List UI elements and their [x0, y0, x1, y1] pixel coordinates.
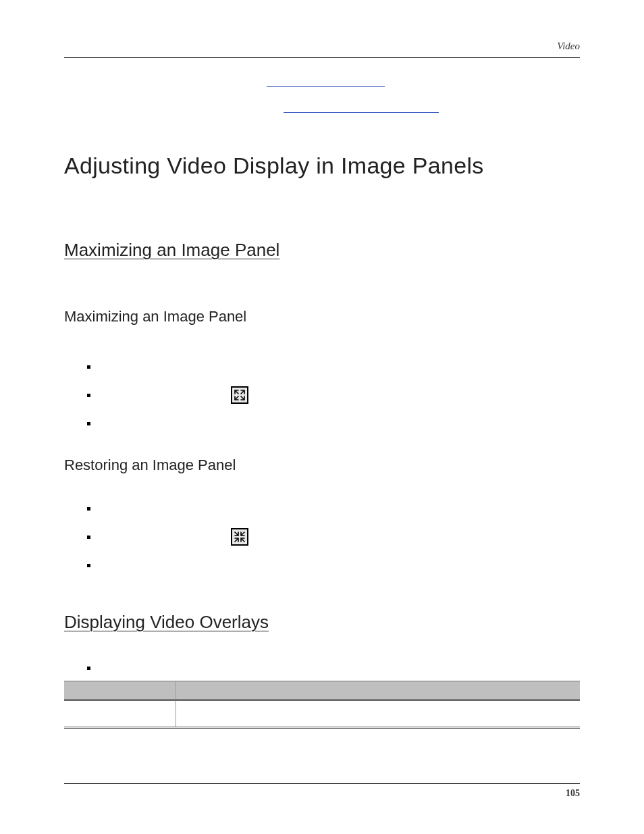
table-header-cell — [176, 681, 580, 699]
table-row — [64, 701, 580, 729]
bullet-icon — [87, 564, 90, 567]
maximize-steps-list — [87, 353, 580, 438]
overlays-table — [64, 681, 580, 729]
section-overlays-heading: Displaying Video Overlays — [64, 612, 580, 633]
page-title: Adjusting Video Display in Image Panels — [64, 153, 580, 179]
table-cell — [64, 701, 176, 727]
list-item — [87, 409, 580, 438]
overlays-intro-item — [87, 667, 580, 670]
restore-steps-list — [87, 494, 580, 579]
bullet-icon — [87, 394, 90, 397]
table-header-row — [64, 681, 580, 701]
bullet-icon — [87, 667, 90, 670]
table-header-cell — [64, 681, 176, 699]
list-item — [87, 494, 580, 523]
cross-reference-link[interactable] — [284, 112, 439, 113]
document-page: Video Adjusting Video Display in Image P… — [0, 0, 644, 834]
bullet-icon — [87, 507, 90, 511]
subsection-maximizing: Maximizing an Image Panel — [64, 308, 580, 325]
bullet-icon — [87, 536, 90, 539]
page-header: Video — [64, 41, 580, 55]
cross-reference-links — [64, 82, 580, 123]
cross-reference-link[interactable] — [267, 86, 385, 87]
list-item — [87, 551, 580, 579]
list-item — [87, 353, 580, 381]
header-section-label: Video — [557, 41, 580, 52]
footer-rule — [64, 783, 580, 784]
list-item — [87, 381, 580, 409]
section-maximizing-heading: Maximizing an Image Panel — [64, 240, 580, 261]
table-cell — [176, 701, 580, 727]
bullet-icon — [87, 365, 90, 369]
header-rule — [64, 57, 580, 58]
bullet-icon — [87, 422, 90, 425]
list-item — [87, 523, 580, 551]
subsection-restoring: Restoring an Image Panel — [64, 457, 580, 474]
page-number: 105 — [64, 788, 580, 799]
restore-icon — [231, 528, 248, 546]
page-footer: 105 — [64, 783, 580, 799]
maximize-icon — [231, 386, 248, 404]
